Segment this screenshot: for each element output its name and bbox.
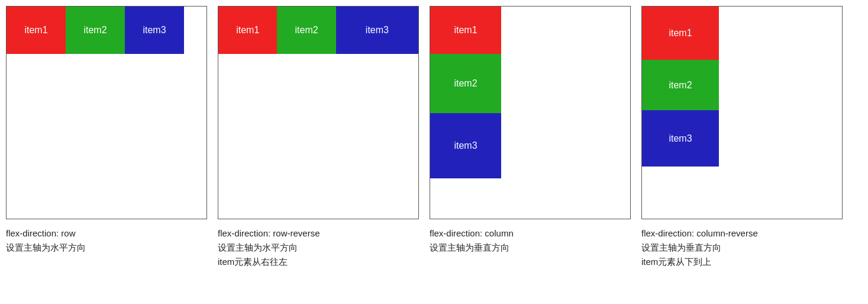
flex-container-column: item1 item2 item3: [430, 7, 630, 219]
flex-container-row-reverse: item3 item2 item1: [218, 7, 418, 219]
demo-block-row: item1 item2 item3 flex-direction: row 设置…: [6, 6, 207, 269]
item3-column: item3: [430, 113, 501, 178]
flex-container-row: item1 item2 item3: [7, 7, 206, 219]
item3-column-reverse: item3: [642, 110, 719, 167]
label-line1-row: flex-direction: row: [6, 226, 86, 241]
item2-row-reverse: item2: [277, 7, 335, 54]
label-line2-row: 设置主轴为水平方向: [6, 241, 86, 255]
item1-row: item1: [7, 7, 66, 54]
demo-block-row-reverse: item3 item2 item1 flex-direction: row-re…: [218, 6, 419, 269]
item1-column-reverse: item1: [642, 7, 719, 60]
label-line3-row-reverse: item元素从右往左: [218, 255, 320, 269]
label-line2-row-reverse: 设置主轴为水平方向: [218, 241, 320, 255]
demo-box-row-reverse: item3 item2 item1: [218, 6, 419, 219]
demo-label-column-reverse: flex-direction: column-reverse 设置主轴为垂直方向…: [641, 226, 758, 269]
flex-container-column-reverse: item3 item2 item1: [642, 7, 842, 219]
item1-column: item1: [430, 7, 501, 54]
demo-label-column: flex-direction: column 设置主轴为垂直方向: [430, 226, 514, 255]
item2-column: item2: [430, 54, 501, 113]
label-line1-column-reverse: flex-direction: column-reverse: [641, 226, 758, 241]
item3-row: item3: [125, 7, 184, 54]
item2-column-reverse: item2: [642, 60, 719, 110]
demo-label-row-reverse: flex-direction: row-reverse 设置主轴为水平方向 it…: [218, 226, 320, 269]
demo-label-row: flex-direction: row 设置主轴为水平方向: [6, 226, 86, 255]
item2-row: item2: [66, 7, 125, 54]
demo-box-column-reverse: item3 item2 item1: [641, 6, 843, 219]
demo-block-column: item1 item2 item3 flex-direction: column…: [430, 6, 631, 269]
demo-box-column: item1 item2 item3: [430, 6, 631, 219]
label-line1-column: flex-direction: column: [430, 226, 514, 241]
item3-row-reverse: item3: [336, 7, 418, 54]
demos-row: item1 item2 item3 flex-direction: row 设置…: [6, 6, 862, 269]
label-line2-column: 设置主轴为垂直方向: [430, 241, 514, 255]
item1-row-reverse: item1: [218, 7, 277, 54]
label-line1-row-reverse: flex-direction: row-reverse: [218, 226, 320, 241]
demo-block-column-reverse: item3 item2 item1 flex-direction: column…: [641, 6, 843, 269]
label-line2-column-reverse: 设置主轴为垂直方向: [641, 241, 758, 255]
demo-box-row: item1 item2 item3: [6, 6, 207, 219]
label-line3-column-reverse: item元素从下到上: [641, 255, 758, 269]
